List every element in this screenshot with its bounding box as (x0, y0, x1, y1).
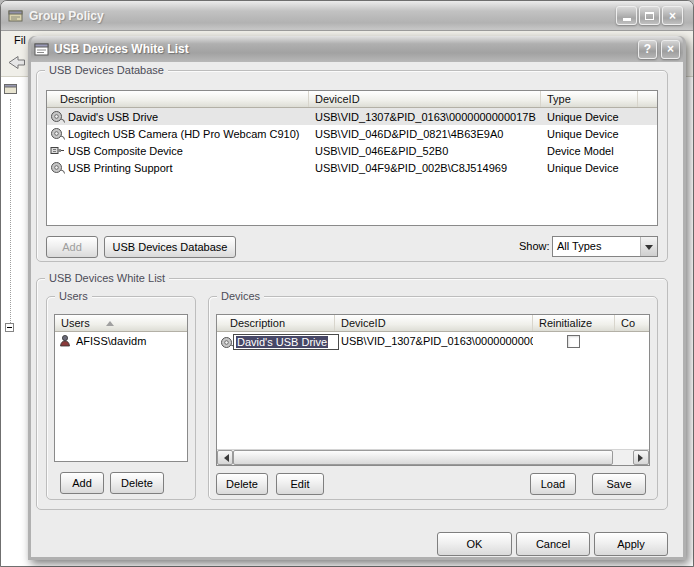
column-header-users[interactable]: Users (55, 315, 187, 331)
users-delete-button[interactable]: Delete (110, 472, 164, 494)
ok-button[interactable]: OK (437, 532, 512, 556)
row-deviceid: USB\VID_1307&PID_0163\0000000000017B (309, 111, 541, 123)
column-header-description[interactable]: Description (217, 315, 335, 331)
horizontal-scrollbar[interactable] (217, 449, 649, 465)
row-description: USB Composite Device (68, 145, 309, 157)
usb-devices-database-button[interactable]: USB Devices Database (104, 236, 236, 258)
minimize-icon (623, 18, 631, 21)
menu-file[interactable]: Fil (14, 34, 26, 46)
dialog-body: USB Devices Database Description DeviceI… (31, 62, 683, 557)
row-description: David's USB Drive (68, 111, 309, 123)
reinitialize-checkbox[interactable] (567, 335, 580, 348)
devices-group-label: Devices (217, 289, 264, 304)
group-policy-window-icon (8, 9, 24, 23)
show-label: Show: (519, 240, 550, 252)
column-header-type[interactable]: Type (541, 91, 638, 107)
show-filter-select[interactable]: All Types (552, 236, 658, 257)
screen: Group Policy × Fil (0, 0, 694, 567)
row-type: Device Model (541, 145, 657, 157)
users-list: Users AFISS\davidm (54, 314, 188, 462)
user-row-afiss-davidm[interactable]: AFISS\davidm (55, 332, 187, 349)
show-filter-value: All Types (553, 237, 640, 256)
dialog-titlebar: USB Devices White List ? × (31, 36, 683, 62)
database-add-button[interactable]: Add (46, 236, 98, 258)
devices-load-button[interactable]: Load (530, 473, 576, 495)
dialog-title: USB Devices White List (54, 42, 634, 56)
scroll-right-button[interactable] (633, 450, 649, 465)
row-type: Unique Device (541, 162, 657, 174)
column-header-reinitialize[interactable]: Reinitialize (533, 315, 615, 331)
row-type: Unique Device (541, 128, 657, 140)
column-header-description[interactable]: Description (47, 91, 309, 107)
database-row-usb-composite[interactable]: USB Composite Device USB\VID_046E&PID_52… (47, 142, 657, 159)
row-deviceid: USB\VID_046E&PID_52B0 (309, 145, 541, 157)
group-policy-window-title: Group Policy (29, 9, 611, 23)
devices-list-header: Description DeviceID Reinitialize Co (217, 315, 649, 332)
cancel-button[interactable]: Cancel (516, 532, 590, 556)
back-icon[interactable] (7, 55, 26, 70)
row-deviceid: USB\VID_04F9&PID_002B\C8J514969 (309, 162, 541, 174)
devices-delete-button[interactable]: Delete (216, 473, 268, 495)
maximize-button[interactable] (639, 6, 660, 25)
database-group-label: USB Devices Database (45, 63, 168, 78)
column-header-deviceid[interactable]: DeviceID (309, 91, 541, 107)
usb-plug-icon (50, 144, 65, 157)
column-header-deviceid[interactable]: DeviceID (335, 315, 533, 331)
usb-device-icon (50, 161, 65, 174)
database-list-header: Description DeviceID Type (47, 91, 657, 108)
dialog-close-button[interactable]: × (661, 40, 680, 59)
column-header-comment[interactable]: Co (615, 315, 649, 331)
scrollbar-thumb[interactable] (233, 450, 613, 465)
users-header-label: Users (61, 317, 90, 329)
arrow-left-icon (220, 454, 229, 462)
whitelist-devices-list: Description DeviceID Reinitialize Co Dav… (216, 314, 650, 466)
dialog-icon (34, 42, 50, 57)
database-row-usb-printing[interactable]: USB Printing Support USB\VID_04F9&PID_00… (47, 159, 657, 176)
usb-whitelist-dialog: USB Devices White List ? × USB Devices D… (28, 36, 686, 560)
group-policy-titlebar: Group Policy × (1, 1, 693, 31)
database-row-logitech-camera[interactable]: Logitech USB Camera (HD Pro Webcam C910)… (47, 125, 657, 142)
row-description: USB Printing Support (68, 162, 309, 174)
arrow-right-icon (638, 454, 647, 462)
devices-save-button[interactable]: Save (592, 473, 646, 495)
usb-device-icon (50, 127, 65, 140)
console-root-icon (4, 83, 18, 97)
tree-branch-line (10, 99, 11, 323)
database-row-davids-usb-drive[interactable]: David's USB Drive USB\VID_1307&PID_0163\… (47, 108, 657, 125)
row-type: Unique Device (541, 111, 657, 123)
device-description-edit[interactable]: David's USB Drive (233, 334, 339, 350)
user-name: AFISS\davidm (76, 335, 187, 347)
tree-collapse-toggle[interactable] (5, 323, 14, 332)
user-icon (58, 334, 73, 347)
minimize-button[interactable] (616, 6, 637, 25)
usb-device-icon (50, 110, 65, 123)
sort-ascending-icon (106, 321, 114, 326)
window-caption-buttons: × (616, 6, 683, 25)
row-description: Logitech USB Camera (HD Pro Webcam C910) (68, 128, 309, 140)
device-id-cell: USB\VID_1307&PID_0163\0000000000017 (341, 335, 533, 347)
chevron-down-icon (645, 245, 653, 254)
devices-edit-button[interactable]: Edit (276, 473, 324, 495)
users-list-header: Users (55, 315, 187, 332)
whitelist-device-row[interactable]: David's USB Drive USB\VID_1307&PID_0163\… (217, 332, 649, 352)
help-button[interactable]: ? (638, 40, 657, 59)
device-description-selected-text: David's USB Drive (236, 336, 328, 348)
maximize-icon (645, 12, 654, 20)
row-deviceid: USB\VID_046D&PID_0821\4B63E9A0 (309, 128, 541, 140)
column-header-filler (638, 91, 657, 107)
usb-devices-database-list: Description DeviceID Type David's USB Dr… (46, 90, 658, 226)
combo-dropdown-button[interactable] (640, 237, 657, 256)
users-group-label: Users (55, 289, 92, 304)
apply-button[interactable]: Apply (594, 532, 668, 556)
scroll-left-button[interactable] (217, 450, 233, 465)
whitelist-group-label: USB Devices White List (45, 271, 169, 286)
users-add-button[interactable]: Add (60, 472, 104, 494)
close-button[interactable]: × (662, 6, 683, 25)
